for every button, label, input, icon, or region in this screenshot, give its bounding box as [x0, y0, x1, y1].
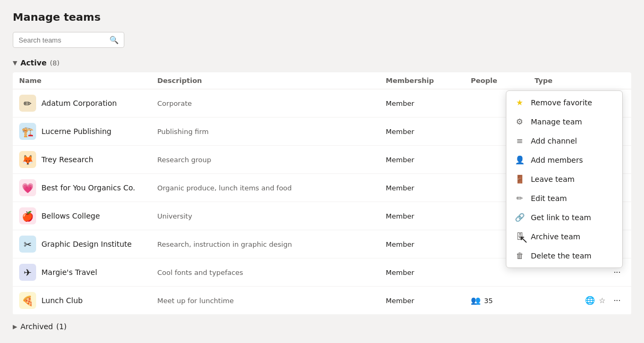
menu-item-label: Remove favorite — [531, 98, 592, 107]
globe-icon: 🌐 — [585, 296, 595, 305]
team-description: Research, instruction in graphic design — [157, 240, 386, 248]
team-name: Graphic Design Institute — [41, 240, 132, 248]
menu-item-edit-team[interactable]: ✏ Edit team — [506, 189, 622, 208]
team-description: Corporate — [157, 99, 386, 107]
team-description: Research group — [157, 156, 386, 164]
team-name-cell: ✂️ Graphic Design Institute — [19, 236, 157, 253]
team-icon: 💗 — [19, 179, 36, 196]
team-name: Bellows College — [41, 212, 100, 220]
team-name: Lunch Club — [41, 296, 83, 305]
more-options-button[interactable]: ··· — [609, 294, 625, 307]
page-title: Manage teams — [13, 11, 631, 23]
menu-item-label: Delete the team — [531, 252, 591, 260]
team-membership: Member — [386, 128, 471, 136]
team-name: Margie's Travel — [41, 268, 97, 277]
menu-item-delete-team[interactable]: 🗑 Delete the team — [506, 246, 622, 265]
team-membership: Member — [386, 156, 471, 164]
team-icon: ✏️ — [19, 95, 36, 112]
deleted-section-header[interactable]: ▶ Deleted (4) — [13, 338, 631, 343]
team-people: 👥35 — [471, 296, 535, 305]
team-icon: 🍎 — [19, 207, 36, 224]
team-name-cell: ✈️ Margie's Travel — [19, 264, 157, 281]
menu-item-label: Add members — [531, 156, 583, 164]
menu-item-label: Add channel — [531, 137, 577, 145]
team-name-cell: 🦊 Trey Research — [19, 151, 157, 168]
channel-icon: ≡ — [515, 136, 524, 146]
team-membership: Member — [386, 99, 471, 107]
active-section-count: (8) — [50, 59, 60, 67]
col-type: Type — [535, 77, 598, 85]
team-icon: 🦊 — [19, 151, 36, 168]
people-icon: 👥 — [471, 296, 481, 305]
menu-item-label: Get link to team — [531, 213, 591, 222]
col-description: Description — [157, 77, 386, 85]
menu-item-leave-team[interactable]: 🚪 Leave team — [506, 170, 622, 189]
active-section-header[interactable]: ▼ Active (8) — [13, 55, 631, 70]
archived-section-label: Archived — [20, 322, 53, 331]
team-name: Best for You Organics Co. — [41, 183, 135, 192]
search-bar[interactable]: 🔍 — [13, 32, 124, 48]
team-membership: Member — [386, 297, 471, 305]
menu-item-label: Archive team — [531, 232, 580, 241]
col-name: Name — [19, 77, 157, 85]
col-membership: Membership — [386, 77, 471, 85]
menu-item-add-channel[interactable]: ≡ Add channel — [506, 131, 622, 150]
team-membership: Member — [386, 184, 471, 192]
menu-item-get-link[interactable]: 🔗 Get link to team — [506, 208, 622, 227]
team-name-cell: 🍎 Bellows College — [19, 207, 157, 224]
team-membership: Member — [386, 269, 471, 277]
archived-section-header[interactable]: ▶ Archived (1) — [13, 318, 631, 335]
team-description: Publishing firm — [157, 128, 386, 136]
search-input[interactable] — [19, 36, 106, 44]
team-description: Cool fonts and typefaces — [157, 269, 386, 277]
search-icon: 🔍 — [109, 36, 118, 44]
team-icon: ✂️ — [19, 236, 36, 253]
team-name-cell: ✏️ Adatum Corporation — [19, 95, 157, 112]
leave-icon: 🚪 — [515, 174, 524, 184]
team-icon: 🏗️ — [19, 123, 36, 140]
team-icon: 🍕 — [19, 292, 36, 309]
team-description: University — [157, 212, 386, 220]
team-description: Meet up for lunchtime — [157, 297, 386, 305]
menu-item-manage-team[interactable]: ⚙ Manage team — [506, 112, 622, 131]
gear-icon: ⚙ — [515, 117, 524, 127]
menu-item-label: Edit team — [531, 194, 567, 203]
star-button[interactable]: ☆ — [597, 295, 607, 306]
archive-icon: 🗄 — [515, 232, 524, 241]
link-icon: 🔗 — [515, 213, 524, 222]
person-add-icon: 👤 — [515, 155, 524, 165]
col-actions — [598, 77, 625, 85]
team-name: Adatum Corporation — [41, 99, 117, 107]
team-description: Organic produce, lunch items and food — [157, 184, 386, 192]
menu-item-archive-team[interactable]: 🗄 Archive team — [506, 227, 622, 246]
col-people: People — [471, 77, 535, 85]
context-menu: ★ Remove favorite ⚙ Manage team ≡ Add ch… — [506, 90, 623, 268]
team-name: Lucerne Publishing — [41, 127, 112, 136]
menu-item-remove-favorite[interactable]: ★ Remove favorite — [506, 93, 622, 112]
team-name: Trey Research — [41, 155, 94, 164]
table-header: Name Description Membership People Type — [13, 72, 631, 89]
archived-chevron-icon: ▶ — [13, 323, 17, 330]
team-name-cell: 🏗️ Lucerne Publishing — [19, 123, 157, 140]
team-name-cell: 💗 Best for You Organics Co. — [19, 179, 157, 196]
delete-icon: 🗑 — [515, 251, 524, 261]
menu-item-add-members[interactable]: 👤 Add members — [506, 150, 622, 170]
menu-item-label: Leave team — [531, 175, 574, 183]
star-icon: ★ — [515, 98, 524, 107]
team-membership: Member — [386, 212, 471, 220]
active-section-label: Active — [20, 58, 46, 67]
edit-icon: ✏ — [515, 194, 524, 203]
page-container: Manage teams 🔍 ▼ Active (8) Name Descrip… — [0, 0, 644, 343]
team-name-cell: 🍕 Lunch Club — [19, 292, 157, 309]
table-row: 🍕 Lunch Club Meet up for lunchtime Membe… — [13, 287, 631, 315]
row-actions: 🌐 ☆ ··· — [598, 294, 625, 307]
archived-section-count: (1) — [56, 322, 67, 331]
menu-item-label: Manage team — [531, 118, 582, 126]
team-membership: Member — [386, 240, 471, 248]
team-icon: ✈️ — [19, 264, 36, 281]
active-chevron-icon: ▼ — [13, 60, 17, 66]
